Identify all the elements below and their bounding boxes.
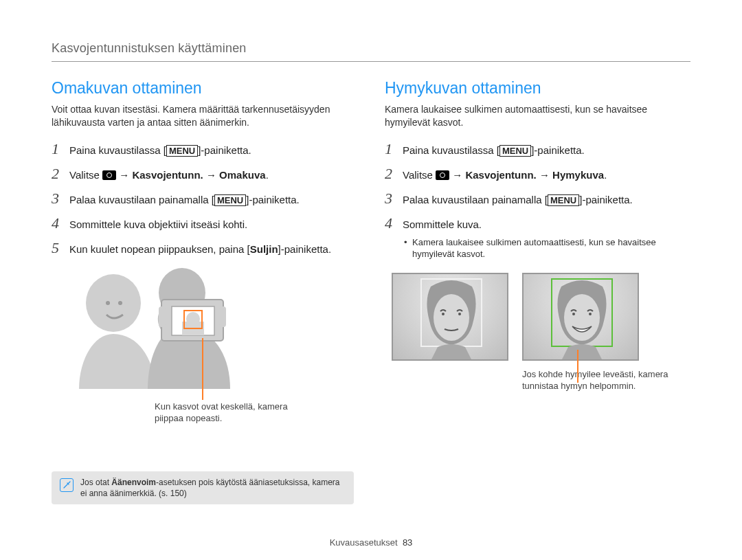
selfie-illustration: Kun kasvot ovat keskellä, kamera piippaa… <box>52 265 357 444</box>
note-icon <box>60 478 74 492</box>
smile-detection-images <box>392 273 690 361</box>
people-holding-camera-illustration <box>72 265 278 389</box>
left-step-1: Paina kuvaustilassa [MENU]-painiketta. <box>69 144 251 157</box>
step-number: 5 <box>52 239 69 257</box>
breadcrumb: Kasvojentunnistuksen käyttäminen <box>52 41 690 62</box>
note-text: Jos otat Äänenvoim-asetuksen pois käytös… <box>80 477 346 499</box>
step-number: 3 <box>52 190 69 208</box>
left-callout: Kun kasvot ovat keskellä, kamera piippaa… <box>155 401 313 425</box>
step-number: 2 <box>52 165 69 183</box>
right-callout: Jos kohde hymyilee leveästi, kamera tunn… <box>522 369 680 392</box>
left-step-4: Sommittele kuva objektiivi itseäsi kohti… <box>69 218 247 232</box>
step-number: 2 <box>385 165 403 183</box>
right-column: Hymykuvan ottaminen Kamera laukaisee sul… <box>385 79 690 504</box>
svg-point-14 <box>564 294 600 341</box>
left-intro: Voit ottaa kuvan itsestäsi. Kamera määri… <box>52 103 357 129</box>
footer-label: Kuvausasetukset <box>330 537 398 548</box>
svg-point-0 <box>86 274 141 332</box>
svg-point-15 <box>572 313 575 315</box>
page-footer: Kuvausasetukset 83 <box>0 537 742 548</box>
step-number: 1 <box>385 140 403 158</box>
smile-image-smiling <box>522 273 639 361</box>
smile-image-neutral <box>392 273 508 361</box>
svg-point-12 <box>442 313 445 315</box>
menu-icon: MENU <box>214 194 246 207</box>
right-step-4: Sommittele kuva. <box>403 218 482 232</box>
step-number: 4 <box>385 214 403 232</box>
left-step-3: Palaa kuvaustilaan painamalla [MENU]-pai… <box>69 193 300 207</box>
left-column: Omakuvan ottaminen Voit ottaa kuvan itse… <box>52 79 357 504</box>
left-step-5: Kun kuulet nopean piippauksen, paina [Su… <box>69 243 331 256</box>
callout-line <box>577 350 578 383</box>
page-number: 83 <box>403 537 412 548</box>
note-box: Jos otat Äänenvoim-asetuksen pois käytös… <box>52 471 354 504</box>
menu-icon: MENU <box>548 194 579 207</box>
svg-rect-9 <box>159 306 166 327</box>
step-number: 4 <box>52 214 69 232</box>
camera-icon <box>102 170 116 180</box>
right-title: Hymykuvan ottaminen <box>385 79 690 98</box>
face-neutral-icon <box>417 280 486 361</box>
step-number: 3 <box>385 190 403 208</box>
svg-rect-10 <box>219 306 226 327</box>
svg-point-16 <box>589 313 592 315</box>
svg-point-11 <box>434 294 469 341</box>
callout-line <box>202 338 203 400</box>
right-step-4-sub: Kamera laukaisee sulkimen automaattisest… <box>404 236 690 260</box>
face-smiling-icon <box>548 280 616 361</box>
left-title: Omakuvan ottaminen <box>52 79 357 98</box>
camera-icon <box>436 170 449 180</box>
right-step-1: Paina kuvaustilassa [MENU]-painiketta. <box>403 144 585 157</box>
menu-icon: MENU <box>499 145 531 157</box>
right-step-2: Valitse → Kasvojentunn. → Hymykuva. <box>403 168 607 182</box>
svg-point-2 <box>118 301 122 305</box>
step-number: 1 <box>52 140 69 158</box>
right-step-3: Palaa kuvaustilaan painamalla [MENU]-pai… <box>403 193 633 207</box>
right-steps: 1 Paina kuvaustilassa [MENU]-painiketta.… <box>385 140 690 232</box>
right-intro: Kamera laukaisee sulkimen automaattisest… <box>385 103 690 129</box>
left-step-2: Valitse → Kasvojentunn. → Omakuva. <box>69 168 269 182</box>
left-steps: 1 Paina kuvaustilassa [MENU]-painiketta.… <box>52 140 357 257</box>
svg-point-13 <box>458 313 461 315</box>
menu-icon: MENU <box>166 145 198 157</box>
svg-point-1 <box>106 301 110 305</box>
